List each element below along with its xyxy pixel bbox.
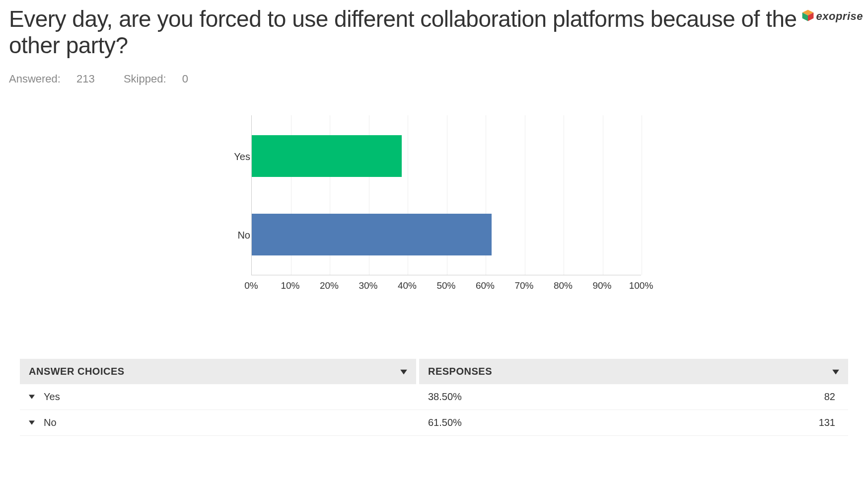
chart-plot-area bbox=[251, 115, 641, 275]
answer-label: Yes bbox=[44, 391, 60, 403]
chart-xaxis-tick: 30% bbox=[359, 280, 377, 291]
chart-xaxis-tick: 10% bbox=[281, 280, 299, 291]
table-row: Yes 38.50% 82 bbox=[20, 384, 848, 410]
svg-marker-5 bbox=[29, 395, 35, 399]
chart-xaxis-tick: 0% bbox=[244, 280, 258, 291]
bar-chart: Yes No 0%10%20%30%40%50%60%70%80%90%100% bbox=[211, 115, 657, 299]
response-meta: Answered: 213 Skipped: 0 bbox=[9, 73, 868, 85]
answered-count: 213 bbox=[76, 73, 95, 85]
answer-count: 131 bbox=[665, 410, 848, 436]
caret-down-icon[interactable] bbox=[29, 395, 35, 399]
results-table-body: Yes 38.50% 82 No 61.50% 131 bbox=[20, 384, 848, 436]
caret-down-icon bbox=[832, 366, 839, 377]
page-root: exoprise Every day, are you forced to us… bbox=[0, 6, 868, 436]
chart-gridline bbox=[564, 115, 564, 275]
chart-xaxis-tick: 90% bbox=[592, 280, 611, 291]
cube-icon bbox=[801, 9, 814, 24]
chart-xaxis-tick: 80% bbox=[554, 280, 573, 291]
table-header-responses[interactable]: RESPONSES bbox=[419, 359, 848, 384]
answer-label: No bbox=[44, 417, 57, 428]
answer-percent: 61.50% bbox=[419, 410, 665, 436]
chart-ylabel-yes: Yes bbox=[216, 151, 250, 163]
table-header-answer[interactable]: ANSWER CHOICES bbox=[20, 359, 419, 384]
skipped-count: 0 bbox=[182, 73, 188, 85]
chart-gridline bbox=[642, 115, 642, 275]
caret-down-icon bbox=[400, 366, 407, 377]
chart-gridline bbox=[603, 115, 603, 275]
chart-xaxis-tick: 100% bbox=[629, 280, 653, 291]
chart-bar-yes bbox=[252, 135, 402, 177]
answered-label: Answered: bbox=[9, 73, 61, 85]
answer-percent: 38.50% bbox=[419, 384, 665, 410]
table-row: No 61.50% 131 bbox=[20, 410, 848, 436]
brand-logo-text: exoprise bbox=[816, 10, 864, 23]
question-title: Every day, are you forced to use differe… bbox=[9, 6, 803, 59]
chart-xaxis-tick: 70% bbox=[514, 280, 533, 291]
chart-xaxis-tick: 40% bbox=[398, 280, 417, 291]
table-header-answer-label: ANSWER CHOICES bbox=[29, 366, 125, 377]
chart-xaxis-tick: 20% bbox=[320, 280, 339, 291]
table-header-responses-label: RESPONSES bbox=[428, 366, 492, 377]
chart-xaxis-labels: 0%10%20%30%40%50%60%70%80%90%100% bbox=[251, 280, 641, 295]
caret-down-icon[interactable] bbox=[29, 420, 35, 425]
skipped-label: Skipped: bbox=[124, 73, 166, 85]
chart-gridline bbox=[525, 115, 525, 275]
svg-marker-3 bbox=[400, 370, 407, 375]
chart-xaxis-tick: 60% bbox=[476, 280, 495, 291]
answer-count: 82 bbox=[665, 384, 848, 410]
brand-logo: exoprise bbox=[801, 9, 864, 24]
results-table: ANSWER CHOICES RESPONSES bbox=[20, 359, 848, 436]
svg-marker-4 bbox=[832, 370, 839, 375]
svg-marker-6 bbox=[29, 420, 35, 425]
chart-ylabel-no: No bbox=[216, 230, 250, 241]
chart-bar-no bbox=[252, 214, 492, 255]
chart-xaxis-tick: 50% bbox=[436, 280, 455, 291]
